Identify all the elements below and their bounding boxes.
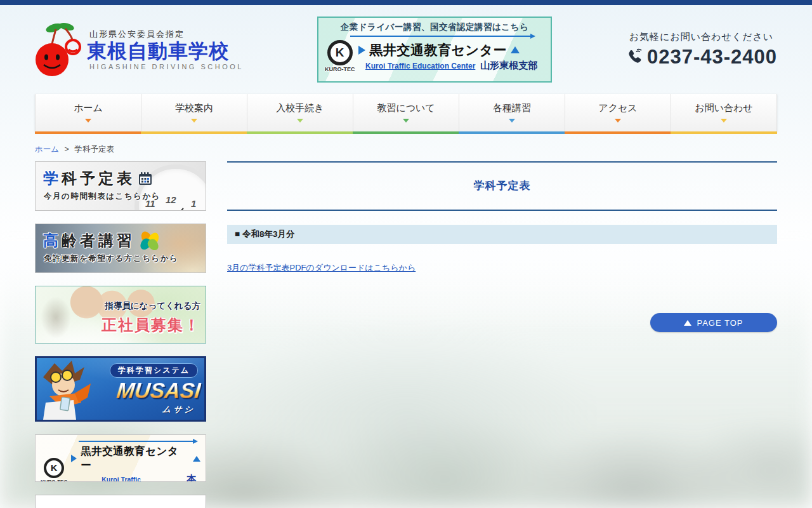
main-navigation: ホーム 学校案内 入校手続き 教習について 各種講習 アクセス お問い合わせ xyxy=(35,94,777,131)
nav-item-access[interactable]: アクセス xyxy=(565,94,671,131)
sidebar-banner-musasi[interactable]: 学科学習システム MUSASI ムサシ xyxy=(35,356,206,422)
nav-item-school-guide[interactable]: 学校案内 xyxy=(141,94,247,131)
main-content: 学科予定表 ■ 令和8年3月分 3月の学科予定表PDFのダウンロードはこちらから… xyxy=(227,161,777,332)
banner-subtitle: 今月の時間割表はこちらから xyxy=(36,189,206,202)
musasi-kana: ムサシ xyxy=(162,404,196,415)
breadcrumb-current: 学科予定表 xyxy=(74,145,114,154)
kurotec-banner-title: 黒井交通教育センター xyxy=(369,41,506,59)
nav-item-courses[interactable]: 各種講習 xyxy=(459,94,565,131)
kurotec-banner-title: 黒井交通教育センター xyxy=(81,444,189,472)
musasi-character xyxy=(37,358,97,420)
arrow-line-icon xyxy=(79,439,198,444)
chevron-down-icon xyxy=(191,119,197,123)
nav-item-home[interactable]: ホーム xyxy=(35,94,141,131)
recruit-line2: 正社員募集！ xyxy=(102,315,200,335)
page-top-button[interactable]: PAGE TOP xyxy=(650,313,777,332)
school-logo[interactable]: 山形県公安委員会指定 東根自動車学校 HIGASHINE DRIVING SCH… xyxy=(35,22,244,77)
kurotec-en-link[interactable]: Kuroi Traffic Education Center xyxy=(365,62,475,70)
kurotec-logo: K KURO-TEC xyxy=(325,40,355,72)
arrow-line-icon xyxy=(350,34,535,39)
chevron-down-icon xyxy=(509,119,515,123)
koreisha-mark-icon xyxy=(140,231,159,250)
page-title-block: 学科予定表 xyxy=(227,161,777,211)
nav-item-contact[interactable]: お問い合わせ xyxy=(671,94,777,131)
chevron-down-icon xyxy=(297,119,303,123)
school-name: 東根自動車学校 xyxy=(87,40,244,63)
chevron-down-icon xyxy=(721,119,727,123)
triangle-up-icon xyxy=(684,320,691,326)
musasi-tag: 学科学習システム xyxy=(110,363,198,378)
school-name-en: HIGASHINE DRIVING SCHOOL xyxy=(87,63,244,70)
banner-subtitle: 免許更新を希望する方こちらから xyxy=(36,251,206,264)
musasi-title: MUSASI xyxy=(115,378,202,403)
sidebar-banner-recruiting[interactable]: 指導員になってくれる方 正社員募集！ xyxy=(35,286,206,344)
nav-item-training[interactable]: 教習について xyxy=(353,94,459,131)
triangle-up-icon xyxy=(193,456,200,462)
nav-item-enrollment[interactable]: 入校手続き xyxy=(247,94,353,131)
sidebar: 11121 学科予定表 今月の時間割表はこちらから 高齢者 xyxy=(35,161,206,508)
phone-number: 0237-43-2400 xyxy=(647,46,777,69)
top-accent-strip xyxy=(0,0,812,5)
header-contact: お気軽にお問い合わせください 0237-43-2400 xyxy=(625,31,777,69)
calendar-icon xyxy=(138,171,153,186)
pdf-download-link[interactable]: 3月の学科予定表PDFのダウンロードはこちらから xyxy=(227,262,416,274)
phone-icon xyxy=(625,48,643,66)
sidebar-banner-senior-course[interactable]: 高齢者講習 免許更新を希望する方こちらから xyxy=(35,224,206,273)
triangle-up-icon xyxy=(511,46,520,53)
certification-text: 山形県公安委員会指定 xyxy=(87,29,244,40)
contact-message: お気軽にお問い合わせください xyxy=(625,31,777,43)
page-title: 学科予定表 xyxy=(227,178,777,193)
kurotec-header-banner[interactable]: 企業ドライバー講習、国交省認定講習はこちら K KURO-TEC 黒井交通教育セ… xyxy=(317,17,552,83)
kurotec-en-link[interactable]: Kuroi Traffic Education Center xyxy=(102,476,171,482)
kurotec-logo: K KURO-TEC xyxy=(41,458,67,483)
breadcrumb-separator: > xyxy=(65,145,69,154)
breadcrumb: ホーム > 学科予定表 xyxy=(35,144,777,155)
section-header: ■ 令和8年3月分 xyxy=(227,225,777,244)
chevron-down-icon xyxy=(615,119,621,123)
cherry-mascot-icon xyxy=(35,22,82,77)
recruit-line1: 指導員になってくれる方 xyxy=(102,300,200,312)
breadcrumb-home-link[interactable]: ホーム xyxy=(35,145,59,154)
kurotec-branch-label: 山形東根支部 xyxy=(480,60,537,72)
kurotec-banner-headline: 企業ドライバー講習、国交省認定講習はこちら xyxy=(325,22,544,33)
triangle-right-icon xyxy=(71,455,77,462)
header: 山形県公安委員会指定 東根自動車学校 HIGASHINE DRIVING SCH… xyxy=(35,5,777,94)
kurotec-branch-label: 本部 xyxy=(187,473,200,482)
chevron-down-icon xyxy=(403,119,409,123)
chevron-down-icon xyxy=(85,119,91,123)
sidebar-banner-schedule[interactable]: 11121 学科予定表 今月の時間割表はこちらから xyxy=(35,161,206,211)
triangle-right-icon xyxy=(358,46,365,55)
sidebar-banner-kurotec-hq[interactable]: K KURO-TEC 黒井交通教育センター Kuroi Traffic Educ… xyxy=(35,434,206,482)
sidebar-banner-partial[interactable] xyxy=(35,495,206,508)
